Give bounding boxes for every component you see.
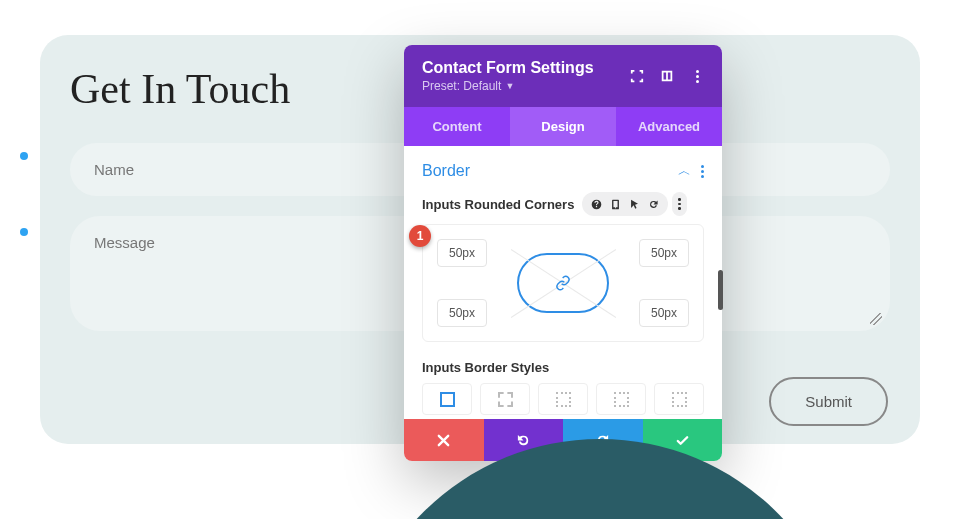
help-icon[interactable] <box>591 199 602 210</box>
dashed-square-icon <box>498 392 513 407</box>
solid-square-icon <box>440 392 455 407</box>
corner-link-toggle[interactable] <box>517 253 609 313</box>
border-style-option-5[interactable] <box>654 383 704 415</box>
border-style-dashed[interactable] <box>480 383 530 415</box>
option-label: Inputs Rounded Corners <box>422 197 574 212</box>
editor-handle-icon[interactable] <box>20 228 28 236</box>
message-placeholder: Message <box>94 234 155 251</box>
border-styles-row <box>422 383 704 415</box>
option-more-icon[interactable] <box>678 198 681 210</box>
link-icon <box>555 275 571 291</box>
rounded-corners-control: 1 50px 50px 50px 50px <box>422 224 704 342</box>
corner-bl-input[interactable]: 50px <box>437 299 487 327</box>
expand-icon[interactable] <box>630 69 644 83</box>
panel-layout-icon[interactable] <box>660 69 674 83</box>
panel-body: Border ︿ Inputs Rounded Corners <box>404 146 722 419</box>
settings-modal: Contact Form Settings Preset: Default ▼ … <box>404 45 722 461</box>
resize-handle-icon[interactable] <box>870 313 882 325</box>
more-options-icon[interactable] <box>690 69 704 83</box>
dotted-square-icon <box>672 392 687 407</box>
modal-title: Contact Form Settings <box>422 59 630 77</box>
modal-header: Contact Form Settings Preset: Default ▼ <box>404 45 722 107</box>
border-styles-label: Inputs Border Styles <box>422 360 704 375</box>
cancel-button[interactable] <box>404 419 484 461</box>
cursor-icon[interactable] <box>629 199 640 210</box>
border-style-solid[interactable] <box>422 383 472 415</box>
submit-button[interactable]: Submit <box>769 377 888 426</box>
collapse-icon[interactable]: ︿ <box>678 162 691 180</box>
phone-device-icon[interactable] <box>610 199 621 210</box>
preset-dropdown[interactable]: Preset: Default ▼ <box>422 79 630 93</box>
caret-down-icon: ▼ <box>505 81 514 91</box>
preset-label: Preset: Default <box>422 79 501 93</box>
dotted-square-icon <box>614 392 629 407</box>
corner-tr-input[interactable]: 50px <box>639 239 689 267</box>
border-style-dotted[interactable] <box>538 383 588 415</box>
reset-icon[interactable] <box>648 199 659 210</box>
section-title[interactable]: Border <box>422 162 470 180</box>
tab-design[interactable]: Design <box>510 107 616 146</box>
dotted-square-icon <box>556 392 571 407</box>
editor-handle-icon[interactable] <box>20 152 28 160</box>
section-more-icon[interactable] <box>701 165 704 178</box>
border-style-option-4[interactable] <box>596 383 646 415</box>
tab-content[interactable]: Content <box>404 107 510 146</box>
tab-advanced[interactable]: Advanced <box>616 107 722 146</box>
scrollbar-thumb[interactable] <box>718 270 723 310</box>
annotation-marker: 1 <box>409 225 431 247</box>
corner-br-input[interactable]: 50px <box>639 299 689 327</box>
corner-tl-input[interactable]: 50px <box>437 239 487 267</box>
tab-bar: Content Design Advanced <box>404 107 722 146</box>
